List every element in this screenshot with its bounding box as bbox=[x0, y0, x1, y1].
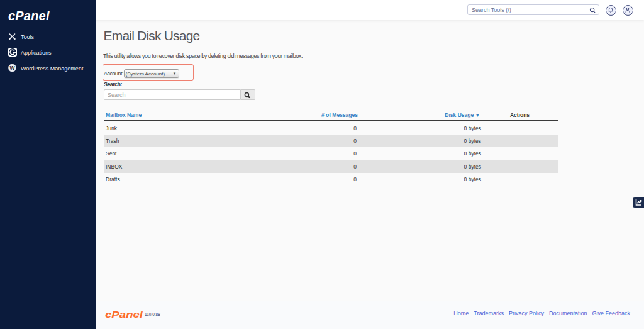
svg-text:W: W bbox=[9, 64, 15, 70]
